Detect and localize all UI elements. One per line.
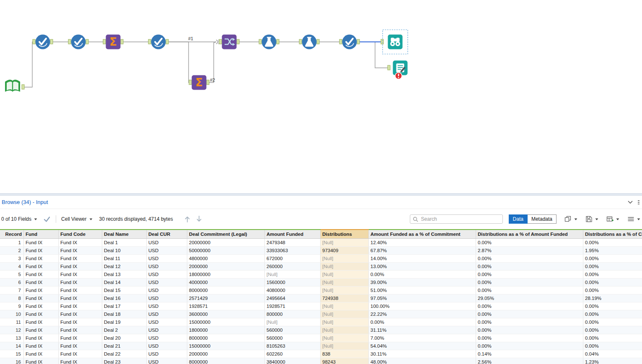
cell[interactable]: 973409 [321,247,369,255]
cell[interactable]: 8000000 [187,358,265,364]
workflow-canvas[interactable]: Σ [0,0,642,194]
cell[interactable]: 11 [0,318,24,326]
cell[interactable]: Fund IX [24,310,59,318]
cell[interactable]: Fund IX [24,263,59,271]
column-header[interactable]: Deal CUR [147,230,187,239]
cell[interactable]: Fund IX [24,271,59,279]
cell[interactable]: 7.00% [369,334,476,342]
cell[interactable]: Fund IX [59,287,102,294]
cell[interactable]: Fund IX [24,326,59,334]
cell[interactable]: Fund IX [24,294,59,302]
cell[interactable]: Fund IX [59,350,102,358]
cell[interactable]: [Null] [265,271,321,279]
cell[interactable]: 1800000 [187,326,265,334]
cell[interactable]: 1 [0,239,24,247]
check-tool-4[interactable] [342,35,357,49]
cell[interactable]: 0.00% [583,271,642,279]
cell[interactable]: 0.00% [476,334,583,342]
cell[interactable]: 0.00% [583,279,642,287]
cell[interactable]: USD [147,342,187,350]
cell[interactable]: USD [147,318,187,326]
cell[interactable]: 1.23% [583,358,642,364]
cell[interactable]: USD [147,294,187,302]
cell[interactable]: 1928571 [265,302,321,310]
cell[interactable]: 2495664 [265,294,321,302]
column-header[interactable]: Amount Funded as a % of Commitment [369,230,476,239]
search-input[interactable] [420,216,500,222]
browse-tool[interactable] [388,35,403,49]
scroll-up-arrow-icon[interactable] [184,215,191,223]
column-header[interactable]: Amount Funded [265,230,321,239]
new-table-button[interactable] [606,216,619,222]
cell[interactable]: USD [147,263,187,271]
fields-dropdown[interactable]: 0 of 10 Fields [1,216,37,222]
cell[interactable]: 14 [0,342,24,350]
cell[interactable]: Deal 19 [102,318,147,326]
cell[interactable]: Fund IX [24,334,59,342]
cell[interactable]: Fund IX [24,239,59,247]
cell[interactable]: Fund IX [24,247,59,255]
cell[interactable]: [Null] [321,326,369,334]
cell[interactable]: Fund IX [24,318,59,326]
cell[interactable]: 4 [0,263,24,271]
cell[interactable]: Fund IX [59,263,102,271]
cell[interactable]: 6 [0,279,24,287]
cell[interactable]: 560000 [265,334,321,342]
cell[interactable]: Fund IX [59,255,102,263]
cell[interactable]: 0.00% [583,287,642,294]
cell[interactable]: 0.00% [476,318,583,326]
cell[interactable]: 560000 [265,326,321,334]
cell[interactable]: 0.00% [476,326,583,334]
column-header[interactable]: Fund Code [59,230,102,239]
cell[interactable]: 10 [0,310,24,318]
cell[interactable]: [Null] [321,271,369,279]
cell[interactable]: 8105263 [265,342,321,350]
cell[interactable]: 0.00% [476,279,583,287]
formula-tool-1[interactable] [262,35,277,49]
cell[interactable]: 12 [0,326,24,334]
error-badge-icon[interactable] [395,72,402,79]
check-tool-2[interactable] [71,35,86,49]
cell[interactable]: [Null] [321,302,369,310]
cell[interactable]: 0.14% [476,350,583,358]
cell[interactable]: 33933063 [265,247,321,255]
check-tool-1[interactable] [36,35,50,49]
cell[interactable]: 5 [0,271,24,279]
cell[interactable]: 20000000 [187,239,265,247]
cell[interactable]: 98243 [321,358,369,364]
cell[interactable]: 8 [0,294,24,302]
cell[interactable]: 602260 [265,350,321,358]
cell-viewer-dropdown[interactable]: Cell Viewer [61,216,92,222]
cell[interactable]: 2000000 [187,263,265,271]
data-quality-check-icon[interactable] [43,216,51,222]
summarize-tool-1[interactable] [106,35,121,49]
cell[interactable]: [Null] [321,287,369,294]
cell[interactable]: 4000000 [187,279,265,287]
cell[interactable]: 1928571 [187,302,265,310]
cell[interactable]: 0.00% [476,263,583,271]
check-tool-3[interactable] [151,35,166,49]
cell[interactable]: 0.00% [476,342,583,350]
copy-button[interactable] [564,216,577,222]
cell[interactable]: 51.00% [369,287,476,294]
cell[interactable]: 0.00% [476,287,583,294]
cell[interactable]: Fund IX [59,294,102,302]
cell[interactable]: USD [147,247,187,255]
collapse-chevron-icon[interactable] [627,200,633,204]
cell[interactable]: 28.19% [583,294,642,302]
cell[interactable]: 672000 [265,255,321,263]
cell[interactable]: USD [147,334,187,342]
cell[interactable]: Deal 2 [102,326,147,334]
cell[interactable]: 7 [0,287,24,294]
cell[interactable]: 67.87% [369,247,476,255]
cell[interactable]: Deal 22 [102,350,147,358]
cell[interactable]: 13.00% [369,263,476,271]
input-data-tool[interactable] [5,80,20,92]
cell[interactable]: Fund IX [59,247,102,255]
cell[interactable]: USD [147,302,187,310]
cell[interactable]: 3840000 [265,358,321,364]
cell[interactable]: 2.87% [476,247,583,255]
cell[interactable]: 4800000 [187,255,265,263]
cell[interactable]: USD [147,358,187,364]
cell[interactable]: 3 [0,255,24,263]
